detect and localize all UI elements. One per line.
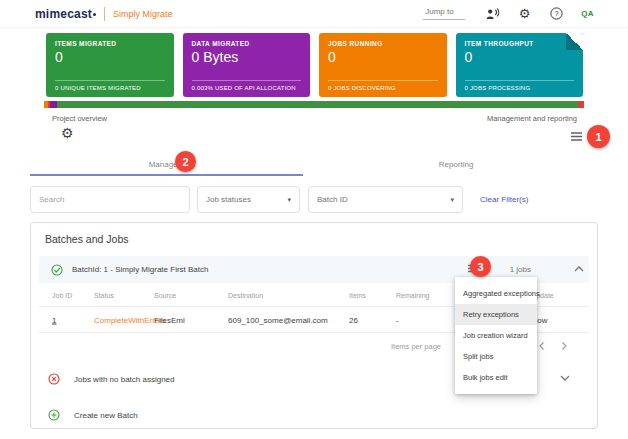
- callout-badge-2: 2: [175, 151, 196, 172]
- card-subtitle: 0 JOBS PROCESSING: [465, 80, 575, 91]
- job-id-link[interactable]: 1: [52, 315, 56, 324]
- batch-id-select[interactable]: Batch ID ▾: [308, 186, 463, 213]
- card-jobs-running: JOBS RUNNING 0 0 JOBS DISCOVERING: [319, 33, 447, 97]
- folded-corner-decoration: [566, 33, 583, 50]
- batch-id-label: Batch ID: [317, 195, 348, 204]
- project-progress-bar: [44, 101, 584, 108]
- environment-label[interactable]: QA: [581, 9, 594, 18]
- menu-item-retry-exceptions[interactable]: Retry exceptions: [455, 304, 537, 325]
- batch-status-icon: [51, 264, 63, 276]
- items-per-page-label: Items per page: [391, 342, 441, 351]
- card-title: JOBS RUNNING: [328, 40, 438, 47]
- card-value: 0: [55, 49, 165, 65]
- search-field[interactable]: [30, 186, 190, 213]
- card-title: ITEMS MIGRATED: [55, 40, 165, 47]
- create-new-batch-label: Create new Batch: [74, 411, 138, 420]
- callout-badge-1: 1: [587, 125, 610, 148]
- mimecast-logo: mimecast: [35, 7, 92, 21]
- job-items: 26: [349, 315, 358, 324]
- menu-item-aggregated-exceptions[interactable]: Aggregated exceptions: [455, 283, 537, 304]
- card-data-migrated: DATA MIGRATED 0 Bytes 0.003% USED OF API…: [183, 33, 311, 97]
- job-statuses-select[interactable]: Job statuses ▾: [197, 186, 300, 213]
- card-items-migrated: ITEMS MIGRATED 0 0 UNIQUE ITEMS MIGRATED: [46, 33, 174, 97]
- progress-segment: [57, 101, 577, 108]
- filters-row: Job statuses ▾ Batch ID ▾ Clear Filter(s…: [30, 186, 598, 214]
- clear-filters-link[interactable]: Clear Filter(s): [480, 195, 528, 204]
- job-source: FilesEml: [154, 315, 185, 324]
- col-items: Items: [349, 291, 366, 298]
- pagination-next-chevron-right-icon[interactable]: [559, 341, 571, 353]
- svg-text:?: ?: [555, 9, 559, 18]
- project-settings-gear-icon[interactable]: ⚙: [61, 125, 74, 141]
- help-icon[interactable]: ?: [549, 6, 564, 21]
- card-title: ITEM THROUGHPUT: [465, 40, 575, 47]
- management-reporting-list-icon[interactable]: [570, 131, 583, 142]
- card-value: 0 Bytes: [192, 49, 302, 65]
- col-job-id: Job ID: [52, 291, 72, 298]
- jump-to-field[interactable]: Jump to: [423, 7, 465, 20]
- card-title: DATA MIGRATED: [192, 40, 302, 47]
- card-value: 0: [328, 49, 438, 65]
- batch-label: BatchId: 1 - Simply Migrate First Batch: [72, 265, 209, 274]
- create-new-batch-row[interactable]: Create new Batch: [39, 405, 589, 425]
- col-destination: Destination: [228, 291, 263, 298]
- panel-title: Batches and Jobs: [45, 233, 128, 245]
- tab-reporting[interactable]: Reporting: [314, 152, 598, 176]
- progress-segment: [578, 101, 584, 108]
- settings-gear-icon[interactable]: ⚙: [517, 6, 532, 21]
- expand-chevron-down-icon[interactable]: [559, 373, 573, 385]
- error-circle-x-icon: [48, 373, 60, 385]
- announcements-icon[interactable]: [485, 6, 500, 21]
- project-overview-label: Project overview: [52, 114, 107, 123]
- card-item-throughput: ITEM THROUGHPUT 0 0 JOBS PROCESSING: [456, 33, 584, 97]
- card-subtitle: 0.003% USED OF API ALLOCATION: [192, 80, 302, 91]
- stat-cards-row: ITEMS MIGRATED 0 0 UNIQUE ITEMS MIGRATED…: [46, 33, 583, 97]
- menu-item-job-creation-wizard[interactable]: Job creation wizard: [455, 325, 537, 346]
- menu-item-split-jobs[interactable]: Split jobs: [455, 346, 537, 367]
- job-remaining: -: [396, 315, 399, 324]
- pagination-prev-chevron-left-icon[interactable]: [537, 341, 549, 353]
- logo-trademark-dot: [93, 13, 96, 16]
- menu-item-bulk-jobs-edit[interactable]: Bulk jobs edit: [455, 367, 537, 388]
- job-statuses-label: Job statuses: [206, 195, 251, 204]
- card-value: 0: [465, 49, 575, 65]
- card-subtitle: 0 UNIQUE ITEMS MIGRATED: [55, 80, 165, 91]
- collapse-batch-chevron-up-icon[interactable]: [573, 264, 587, 276]
- management-reporting-label: Management and reporting: [487, 114, 577, 123]
- search-input[interactable]: [31, 187, 189, 212]
- app-header: mimecast Simply Migrate Jump to ⚙ ? QA: [0, 0, 628, 27]
- progress-segment: [50, 101, 57, 108]
- header-divider: [104, 7, 105, 21]
- job-destination: 609_100_some@email.com: [228, 315, 328, 324]
- product-name: Simply Migrate: [113, 9, 173, 19]
- col-status: Status: [94, 291, 114, 298]
- active-tab-indicator: [30, 174, 303, 176]
- jobs-no-batch-label: Jobs with no batch assigned: [74, 375, 175, 384]
- batch-jobs-count: 1 jobs: [510, 265, 531, 274]
- card-subtitle: 0 JOBS DISCOVERING: [328, 80, 438, 91]
- caret-down-icon: ▾: [287, 196, 291, 204]
- col-source: Source: [154, 291, 176, 298]
- tab-management[interactable]: Management: [30, 152, 314, 176]
- col-remaining: Remaining: [396, 291, 429, 298]
- caret-down-icon: ▾: [450, 196, 454, 204]
- tab-bar: Management Reporting: [30, 152, 598, 176]
- add-circle-plus-icon: [48, 409, 60, 421]
- batch-actions-context-menu: Aggregated exceptions Retry exceptions J…: [455, 277, 537, 394]
- callout-badge-3: 3: [470, 256, 491, 277]
